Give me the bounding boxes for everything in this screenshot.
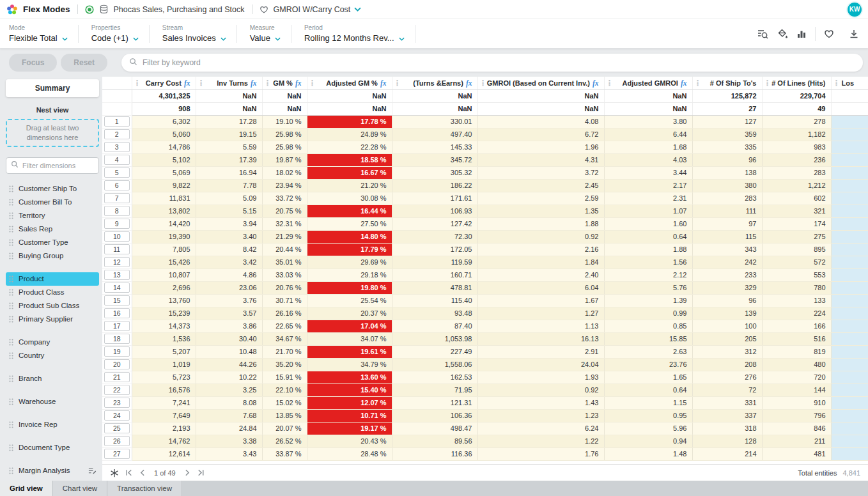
grid-cell[interactable]: 30.08 % (307, 192, 392, 205)
grid-cell[interactable]: 128 (692, 435, 762, 447)
grid-cell[interactable]: 22.28 % (307, 141, 392, 153)
grid-cell[interactable]: 18.02 % (262, 166, 307, 179)
column-header-of-lines-hits[interactable]: ⋮# Of Lines (Hits) (762, 77, 831, 89)
grid-cell[interactable]: 5.59 (196, 141, 262, 153)
column-menu-icon[interactable]: ⋮ (309, 79, 316, 87)
grid-cell[interactable]: 1,536 (132, 332, 196, 345)
row-number[interactable]: 3 (104, 142, 130, 152)
grid-cell[interactable]: 321 (762, 205, 831, 217)
toolbar-control-stream[interactable]: StreamSales Invoices (160, 24, 236, 43)
grid-cell[interactable]: 144 (762, 384, 831, 396)
grid-cell[interactable]: 0.64 (604, 230, 692, 243)
grid-cell[interactable]: 33.03 % (262, 268, 307, 281)
grid-cell[interactable]: 343 (692, 243, 762, 256)
grid-cell[interactable]: 14.80 % (307, 230, 392, 243)
grid-cell[interactable]: 116.36 (392, 447, 477, 460)
grid-cell[interactable]: 24.84 (196, 422, 262, 435)
grid-cell[interactable]: 166 (762, 320, 831, 332)
grid-cell[interactable]: 1,212 (762, 179, 831, 192)
grid-cell[interactable]: 20.75 % (262, 205, 307, 217)
grid-cell[interactable]: 211 (762, 435, 831, 447)
grid-cell[interactable]: 7,805 (132, 243, 196, 256)
row-number[interactable]: 10 (104, 231, 130, 242)
grid-cell[interactable]: 4.03 (604, 153, 692, 166)
grid-cell[interactable]: 796 (762, 409, 831, 422)
grid-cell[interactable]: 2,696 (132, 281, 196, 294)
grid-cell[interactable]: 72.30 (392, 230, 477, 243)
grid-cell[interactable]: 516 (762, 332, 831, 345)
grid-cell[interactable]: 119.59 (392, 256, 477, 268)
grid-cell[interactable]: 208 (692, 358, 762, 371)
column-menu-icon[interactable]: ⋮ (394, 79, 401, 87)
grid-cell[interactable]: 3.94 (196, 217, 262, 230)
row-number[interactable]: 16 (104, 308, 130, 318)
grid-cell[interactable]: 111 (692, 205, 762, 217)
row-number[interactable]: 13 (104, 270, 130, 280)
grid-cell[interactable]: 330.01 (392, 115, 477, 128)
grid-cell[interactable] (831, 115, 868, 128)
grid-cell[interactable]: 13.60 % (307, 371, 392, 384)
grid-cell[interactable]: 19.15 (196, 128, 262, 141)
grid-cell[interactable]: 34.07 % (307, 332, 392, 345)
grid-cell[interactable]: 498.47 (392, 422, 477, 435)
loading-snowflake-icon[interactable] (110, 469, 119, 477)
grid-cell[interactable]: 1.35 (477, 205, 604, 217)
grid-cell[interactable]: 5,102 (132, 153, 196, 166)
grid-cell[interactable]: 87.40 (392, 320, 477, 332)
grid-cell[interactable]: 497.40 (392, 128, 477, 141)
grid-cell[interactable]: 30.71 % (262, 294, 307, 307)
grid-cell[interactable]: 1.68 (604, 141, 692, 153)
row-number[interactable]: 27 (104, 449, 130, 459)
grid-cell[interactable] (831, 153, 868, 166)
grid-cell[interactable]: 1,558.06 (392, 358, 477, 371)
grid-cell[interactable]: 21.29 % (262, 230, 307, 243)
grid-cell[interactable]: 0.85 (604, 320, 692, 332)
grid-cell[interactable]: 3.42 (196, 256, 262, 268)
grid-cell[interactable]: 572 (762, 256, 831, 268)
grid-cell[interactable]: 106.93 (392, 205, 477, 217)
grid-cell[interactable]: 18.58 % (307, 153, 392, 166)
grid-cell[interactable]: 13,802 (132, 205, 196, 217)
grid-cell[interactable]: 1.13 (477, 320, 604, 332)
grid-cell[interactable]: 2.40 (477, 268, 604, 281)
grid-cell[interactable]: 28.48 % (307, 447, 392, 460)
row-number[interactable]: 1 (104, 116, 130, 127)
grid-cell[interactable]: 11,831 (132, 192, 196, 205)
grid-cell[interactable]: 1.76 (477, 447, 604, 460)
grid-cell[interactable] (831, 141, 868, 153)
tab-chart-view[interactable]: Chart view (53, 481, 107, 496)
grid-cell[interactable]: 720 (762, 371, 831, 384)
grid-cell[interactable]: 15.02 % (262, 396, 307, 409)
grid-cell[interactable]: 1.07 (604, 205, 692, 217)
sidebar-item-customer-bill-to[interactable]: Customer Bill To (6, 196, 99, 209)
toolbar-control-period[interactable]: PeriodRolling 12 Months Rev... (302, 24, 415, 43)
grid-cell[interactable]: 7,649 (132, 409, 196, 422)
grid-cell[interactable]: 1.67 (477, 294, 604, 307)
column-menu-icon[interactable]: ⋮ (134, 79, 141, 87)
download-icon[interactable] (849, 29, 859, 39)
sidebar-item-product-sub-class[interactable]: Product Sub Class (6, 299, 99, 313)
grid-cell[interactable]: 33.72 % (262, 192, 307, 205)
grid-cell[interactable]: 1.27 (477, 307, 604, 320)
row-number[interactable]: 8 (104, 206, 130, 216)
grid-cell[interactable]: 233 (692, 268, 762, 281)
grid-cell[interactable] (831, 192, 868, 205)
grid-cell[interactable]: 29.69 % (307, 256, 392, 268)
grid-cell[interactable] (831, 217, 868, 230)
grid-cell[interactable]: 1.96 (477, 141, 604, 153)
edit-list-icon[interactable] (88, 467, 97, 475)
grid-cell[interactable]: 3.76 (196, 294, 262, 307)
toolbar-control-measure[interactable]: MeasureValue (247, 24, 291, 43)
dimension-filter[interactable] (6, 157, 99, 174)
row-number[interactable]: 7 (104, 193, 130, 203)
grid-cell[interactable]: 13,760 (132, 294, 196, 307)
grid-cell[interactable]: 35.20 % (262, 358, 307, 371)
grid-cell[interactable]: 224 (762, 307, 831, 320)
sidebar-item-company[interactable]: Company (6, 336, 99, 349)
grid-cell[interactable]: 553 (762, 268, 831, 281)
grid-cell[interactable] (831, 256, 868, 268)
row-number[interactable]: 11 (104, 244, 130, 254)
grid-cell[interactable]: 127 (692, 115, 762, 128)
grid-cell[interactable]: 15,239 (132, 307, 196, 320)
grid-cell[interactable]: 93.48 (392, 307, 477, 320)
